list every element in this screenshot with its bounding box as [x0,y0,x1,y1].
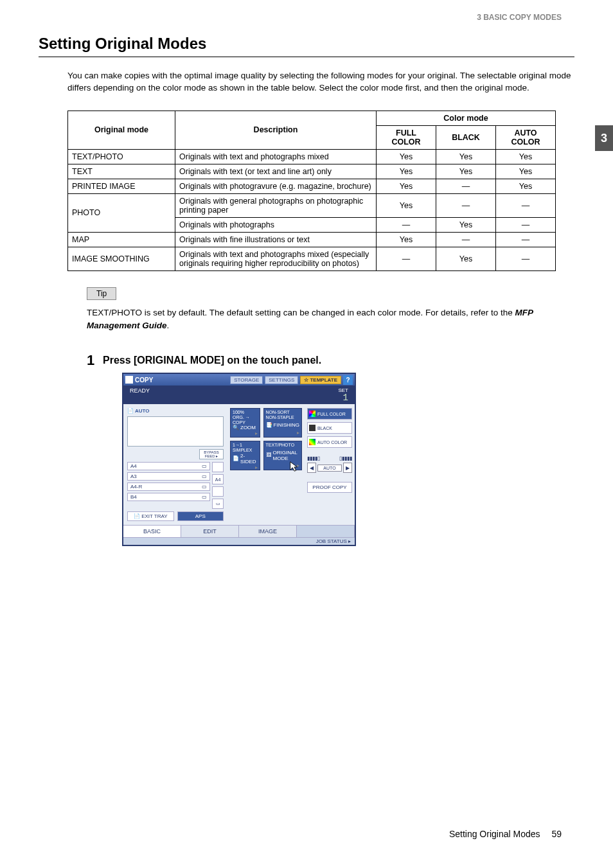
full-color-button[interactable]: FULL COLOR [307,408,352,420]
cell-desc: Originals with photogravure (e.g. magazi… [175,179,377,193]
tray-a4r[interactable]: A4-R▭ [127,483,210,491]
side-tray-spacer [212,462,224,472]
table-row: PRINTED IMAGE Originals with photogravur… [68,179,556,193]
th-black: BLACK [436,125,496,149]
step-number: 1 [87,352,94,369]
help-button[interactable]: ? [343,375,353,385]
side-tray-icon: ▭ [212,499,224,509]
cell-auto: — [496,247,556,270]
th-original-mode: Original mode [68,111,175,149]
cell-black: Yes [436,164,496,179]
cell-full: Yes [377,149,436,164]
th-full-color: FULL COLOR [377,125,436,149]
footer-title: Setting Original Modes [449,829,540,839]
touch-panel-screenshot: COPY STORAGE SETTINGS ☆ TEMPLATE ? READY… [122,373,356,546]
black-button[interactable]: BLACK [307,422,352,434]
cell-mode: PHOTO [68,193,175,232]
tip-text-c: . [167,321,170,330]
cell-full: Yes [377,164,436,179]
cell-full: Yes [377,232,436,247]
cell-black: — [436,193,496,217]
intro-paragraph: You can make copies with the optimal ima… [67,70,574,94]
table-row: PHOTO Originals with general photographs… [68,193,556,217]
panel-title-bar: COPY STORAGE SETTINGS ☆ TEMPLATE ? [123,374,355,385]
page-title: Setting Original Modes [39,35,574,53]
density-auto-button[interactable]: AUTO [317,465,342,472]
template-button[interactable]: ☆ TEMPLATE [300,376,341,384]
finishing-icon: 📑 [266,422,272,428]
density-slider[interactable]: ▮▮▮▮▯▯▮▮▮▮ ◀ AUTO ▶ [307,456,352,473]
page-footer: Setting Original Modes 59 [449,829,562,839]
table-row: TEXT Originals with text (or text and li… [68,164,556,179]
simplex-tile[interactable]: 1→1SIMPLEX 📄2-SIDED ▸ [230,441,260,470]
tip-paragraph: TEXT/PHOTO is set by default. The defaul… [87,306,574,333]
tab-spacer [297,526,355,537]
cell-full: Yes [377,193,436,217]
cell-auto: Yes [496,164,556,179]
tray-a4[interactable]: A4▭ [127,462,210,470]
th-auto-color: AUTO COLOR [496,125,556,149]
cell-full: Yes [377,179,436,193]
zoom-icon: 🔍 [233,425,238,430]
table-row: IMAGE SMOOTHING Originals with text and … [68,247,556,270]
cell-mode: MAP [68,232,175,247]
cell-auto: Yes [496,149,556,164]
zoom-ratio-tile[interactable]: 100%ORG. → COPY 🔍ZOOM ▸ [230,408,260,438]
tab-image[interactable]: IMAGE [239,526,297,537]
auto-label: 📄 AUTO [127,408,149,414]
storage-button[interactable]: STORAGE [230,376,263,384]
cell-black: Yes [436,247,496,270]
proof-copy-button[interactable]: PROOF COPY [307,482,352,493]
bypass-feed-button[interactable]: BYPASS FEED ▸ [199,449,224,459]
tab-edit[interactable]: EDIT [181,526,239,537]
cell-auto: — [496,217,556,232]
copy-icon [125,376,133,384]
panel-tabs: BASIC EDIT IMAGE [123,525,355,537]
auto-color-button[interactable]: AUTO COLOR [307,436,352,448]
table-row: MAP Originals with fine illustrations or… [68,232,556,247]
table-row: TEXT/PHOTO Originals with text and photo… [68,149,556,164]
cell-auto: — [496,232,556,247]
full-color-swatch-icon [309,411,315,417]
chapter-header: 3 BASIC COPY MODES [39,13,574,22]
finishing-tile[interactable]: NON-SORT NON-STAPLE 📑FINISHING ▸ [263,408,302,438]
th-color-mode: Color mode [377,111,556,125]
black-swatch-icon [309,425,315,431]
ready-label: READY [130,387,150,402]
settings-button[interactable]: SETTINGS [265,376,298,384]
cell-desc: Originals with text and photographs mixe… [175,247,377,270]
density-up-button[interactable]: ▶ [343,463,352,473]
cell-mode: TEXT/PHOTO [68,149,175,164]
page-number: 59 [551,829,562,839]
cell-desc: Originals with fine illustrations or tex… [175,232,377,247]
title-rule [39,57,574,57]
panel-mode: COPY [135,376,153,384]
side-tray-spacer [212,486,224,497]
cell-auto: Yes [496,179,556,193]
twosided-icon: 📄 [233,456,238,461]
paper-preview [127,416,224,447]
side-chapter-tab: 3 [595,125,613,151]
tab-basic[interactable]: BASIC [123,526,181,537]
tip-label: Tip [87,287,116,300]
cell-black: Yes [436,149,496,164]
density-down-button[interactable]: ◀ [307,463,316,473]
cell-desc: Originals with text and photographs mixe… [175,149,377,164]
tray-a3[interactable]: A3▭ [127,472,210,481]
template-label: TEMPLATE [310,377,337,383]
cell-black: — [436,232,496,247]
original-mode-tile[interactable]: TEXT/PHOTO 🖼ORIGINAL MODE ▸ [263,441,302,470]
aps-button[interactable]: APS [177,511,224,521]
cell-mode: TEXT [68,164,175,179]
cell-black: — [436,179,496,193]
th-description: Description [175,111,377,149]
cell-full: — [377,247,436,270]
job-status-button[interactable]: JOB STATUS ▸ [123,537,355,545]
side-tray-a4[interactable]: A4 [212,474,224,484]
cell-desc: Originals with photographs [175,217,377,232]
modes-table: Original mode Description Color mode FUL… [67,111,556,271]
exit-tray-button[interactable]: 📄 EXIT TRAY [127,511,174,521]
tray-b4[interactable]: B4▭ [127,493,210,501]
step-title: Press [ORIGINAL MODE] on the touch panel… [103,355,574,366]
tip-text-a: TEXT/PHOTO is set by default. The defaul… [87,308,515,317]
